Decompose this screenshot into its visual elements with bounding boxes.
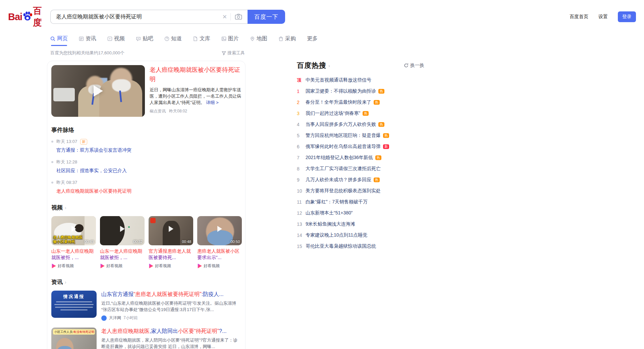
timeline-link[interactable]: 社区回应：捏造事实，公安已介入 — [56, 168, 241, 174]
timeline-time: 昨天 12:28 — [56, 159, 77, 165]
timeline-link[interactable]: 官方通报：双方系误会引发言语冲突 — [56, 147, 241, 153]
video-source-row: 好看视频 — [197, 263, 242, 269]
notice-title: 情况通报 — [51, 294, 97, 300]
camera-search-icon[interactable] — [231, 13, 244, 20]
hot-search-item[interactable]: 8 大学生工厂实习请假三次遭拒后死亡 — [297, 163, 424, 174]
tab-caigou[interactable]: 采购 — [278, 35, 296, 46]
timeline-item: 昨天 08:37 老人癌症晚期就医被小区要待死证明 — [51, 180, 241, 194]
hot-badge: 热 — [374, 178, 380, 182]
thumbnail-art — [112, 79, 131, 92]
video-thumbnail[interactable]: 老人癌症晚期就医 被小区要待死 00:49 — [51, 216, 96, 245]
hot-badge: 热 — [375, 155, 381, 160]
hot-search-header: 百度热搜 › 换一换 — [297, 61, 424, 70]
timeline-dot-icon — [51, 141, 53, 143]
link-settings[interactable]: 设置 — [598, 14, 608, 20]
hot-search-item[interactable]: 14 专家建议晚上10点到11点睡觉 — [297, 230, 424, 241]
main-result-title[interactable]: 老人癌症晚期就医被小区要待死证明 — [150, 65, 241, 84]
video-card: 00:48 官方通报患癌老人就 医被要待死... 好看视频 — [149, 216, 193, 269]
tab-wenku[interactable]: 文库 — [193, 35, 210, 46]
refresh-button[interactable]: 换一换 — [404, 62, 424, 68]
tab-more[interactable]: 更多 — [307, 35, 318, 46]
hot-search-item[interactable]: 6 俄军缘何此时在乌祭出高超音速导弹 新 — [297, 141, 424, 152]
baidu-logo[interactable]: Bai 百度 — [8, 5, 50, 29]
timeline-time: 昨天 13:07 — [56, 139, 77, 145]
videos-row: 老人癌症晚期就医 被小区要待死 00:49 山东一老人癌症晚期 就医被拒，...… — [51, 216, 241, 269]
search-input[interactable] — [56, 14, 219, 20]
rank-label: 顶 — [297, 77, 306, 83]
tab-video[interactable]: 视频 — [107, 35, 125, 46]
timeline-item: 昨天 13:07 新 官方通报：双方系误会引发言语冲突 — [51, 139, 241, 153]
video-thumbnail[interactable]: 00:50 — [197, 216, 242, 245]
tab-webpage[interactable]: 网页 — [50, 35, 68, 46]
news-source-row: 大洋网 7小时前 — [101, 315, 241, 321]
video-card: 00:32 山东一老人癌症晚期 就医被拒，... 好看视频 — [100, 216, 145, 269]
video-title[interactable]: 山东一老人癌症晚期 就医被拒，... — [51, 248, 96, 261]
hot-search-item[interactable]: 9 几万人砍价未成功？拼多多回应 热 — [297, 174, 424, 185]
clear-search-icon[interactable]: ✕ — [219, 13, 230, 20]
detail-link[interactable]: 详细 > — [206, 100, 218, 105]
video-thumbnail[interactable]: 00:32 — [100, 216, 145, 245]
link-baidu-home[interactable]: 百度首页 — [570, 14, 588, 20]
haokan-play-icon — [51, 264, 56, 268]
thumbnail-art — [55, 307, 93, 308]
search-button[interactable]: 百度一下 — [248, 10, 285, 24]
hot-search-item[interactable]: 13 9米长鲸鱼搁浅大连海滩 — [297, 218, 424, 230]
hot-search-list: 顶 中美元首视频通话释放这些信号 1 国家卫健委：不得以核酸为由拒诊 热 2 春… — [297, 74, 424, 252]
hot-search-item[interactable]: 15 哥伦比亚大毒枭越狱惊动该国总统 — [297, 241, 424, 252]
rank-label: 3 — [297, 111, 306, 116]
hot-search-item[interactable]: 2 春分至！全年升温最快时段来了 热 — [297, 97, 424, 108]
video-duration: 00:48 — [182, 240, 191, 244]
hot-search-item[interactable]: 5 警方回应杭州地区现巨响：疑是音爆 热 — [297, 130, 424, 141]
news-title[interactable]: 山东官方通报“患癌老人就医被要待死证明”:防疫人... — [101, 291, 241, 298]
timeline-time: 昨天 08:37 — [56, 180, 77, 186]
tab-map[interactable]: 地图 — [250, 35, 267, 46]
video-title[interactable]: 山东一老人癌症晚期 就医被拒，... — [100, 248, 145, 261]
search-tabs: 网页 资讯 视频 贴吧 知道 文库 图片 地图 — [50, 35, 644, 46]
main-video-thumbnail[interactable] — [51, 65, 145, 117]
play-icon — [94, 85, 103, 97]
thumbnail-art — [128, 226, 130, 228]
video-source: 好看视频 — [204, 263, 220, 269]
video-title[interactable]: 患癌老人就医被小区 要求出示“... — [197, 248, 242, 261]
search-tools[interactable]: 搜索工具 — [222, 50, 245, 56]
tab-news[interactable]: 资讯 — [79, 35, 96, 46]
rank-label: 9 — [297, 177, 306, 183]
funnel-icon — [222, 51, 226, 55]
timeline-link[interactable]: 老人癌症晚期就医被小区要待死证明 — [56, 188, 241, 194]
news-title[interactable]: 老人患癌症晚期就医,家人陪同出小区要“待死证明”?... — [101, 328, 241, 335]
hot-search-item[interactable]: 7 2021年结婚登记人数创36年新低 热 — [297, 152, 424, 163]
hot-search-title[interactable]: 百度热搜 — [297, 61, 326, 70]
hot-search-item[interactable]: 10 美方要将拜登总统积极表态落到实处 — [297, 185, 424, 196]
rank-label: 14 — [297, 233, 306, 238]
login-button[interactable]: 登录 — [618, 11, 636, 22]
rank-label: 4 — [297, 122, 306, 127]
hot-search-item[interactable]: 4 当事人回应拼多多六万人砍价失败 热 — [297, 119, 424, 130]
tab-zhidao[interactable]: 知道 — [164, 35, 182, 46]
videos-section-header[interactable]: 视频 › — [51, 204, 241, 211]
hot-search-item[interactable]: 顶 中美元首视频通话释放这些信号 — [297, 74, 424, 86]
hot-search-item[interactable]: 12 山东新增本土“51+380” — [297, 207, 424, 218]
news-icon — [79, 36, 84, 41]
paw-icon — [22, 11, 33, 23]
thumbnail-art — [163, 221, 180, 245]
hot-badge: 热 — [363, 111, 369, 116]
haokan-play-icon — [197, 264, 202, 268]
thumbnail-caption: 小区工作人员:有没有待死证明 — [53, 329, 95, 335]
hot-search-item[interactable]: 1 国家卫健委：不得以核酸为由拒诊 热 — [297, 86, 424, 97]
video-thumbnail[interactable]: 00:48 — [149, 216, 193, 245]
news-thumbnail[interactable]: 情况通报 — [51, 291, 97, 318]
video-title[interactable]: 官方通报患癌老人就 医被要待死... — [149, 248, 193, 261]
timeline-dot-icon — [51, 161, 53, 163]
timeline-dot-icon — [51, 182, 53, 184]
tab-tieba[interactable]: 贴吧 — [136, 35, 153, 46]
hot-search-item[interactable]: 3 我们一起跨过这场“倒春寒” 热 — [297, 108, 424, 119]
play-icon — [120, 226, 125, 232]
news-section-header[interactable]: 资讯 › — [51, 278, 241, 286]
thumbnail-art — [53, 88, 75, 101]
publish-time: 昨天08:02 — [169, 108, 187, 114]
hot-search-item[interactable]: 11 白象“爆红”：7天销售额破千万 — [297, 196, 424, 207]
video-source-row: 好看视频 — [51, 263, 96, 269]
news-thumbnail[interactable]: 小区工作人员:有没有待死证明 — [51, 328, 97, 349]
tab-image[interactable]: 图片 — [221, 35, 239, 46]
top-right-links: 百度首页 设置 登录 — [570, 11, 636, 22]
